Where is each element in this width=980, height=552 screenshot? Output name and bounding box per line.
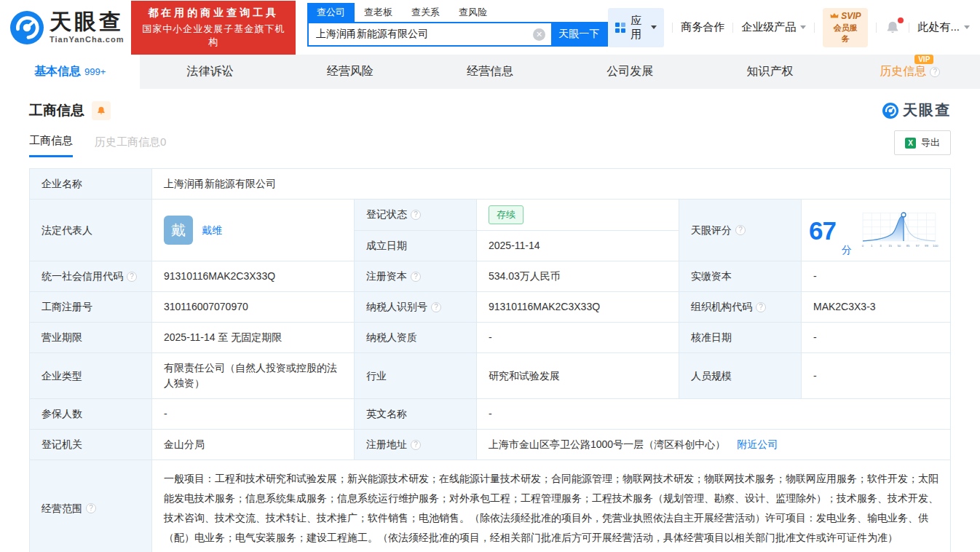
- reg-number-value: 310116007070970: [152, 292, 355, 322]
- reg-capital-value: 534.03万人民币: [477, 261, 679, 291]
- row-company-name: 企业名称 上海润甬新能源有限公司: [30, 169, 950, 200]
- nearby-companies-link[interactable]: 附近公司: [737, 437, 778, 452]
- search-tab-boss[interactable]: 查老板: [355, 3, 402, 22]
- svg-text:15: 15: [888, 244, 892, 248]
- score-value: 67: [809, 218, 836, 243]
- subscribe-bell-button[interactable]: [92, 101, 111, 120]
- divider: [876, 23, 877, 33]
- est-date-value: 2025-11-14: [477, 231, 679, 261]
- help-icon[interactable]: [411, 440, 421, 450]
- business-term-value: 2025-11-14 至 无固定期限: [152, 323, 355, 352]
- help-icon[interactable]: [127, 272, 137, 282]
- svg-text:97: 97: [916, 244, 920, 248]
- svg-text:1: 1: [871, 244, 873, 248]
- reg-authority-value: 金山分局: [152, 430, 355, 460]
- tab-label: 公司发展: [606, 64, 653, 79]
- paid-capital-value: -: [802, 261, 950, 291]
- tab-label: 基本信息: [34, 64, 81, 79]
- company-name-value: 上海润甬新能源有限公司: [152, 169, 950, 199]
- row-business-term: 营业期限 2025-11-14 至 无固定期限 纳税人资质 - 核准日期 -: [30, 323, 950, 353]
- svg-text:100: 100: [933, 244, 938, 248]
- enterprise-products-label: 企业级产品: [741, 20, 796, 34]
- apps-menu[interactable]: 应用: [608, 8, 664, 47]
- tianyancha-logo[interactable]: 天眼查 TianYanCha.com: [10, 11, 124, 44]
- promo-banner: 都在用的商业查询工具 国家中小企业发展子基金旗下机构: [131, 1, 296, 55]
- search-tab-relation[interactable]: 查关系: [402, 3, 449, 22]
- subrow-reg-status: 登记状态 存续: [355, 200, 679, 231]
- main-content: 工商信息 天眼查 工商信息 历史工商信息0 导出: [0, 100, 980, 552]
- subtab-history-business-info[interactable]: 历史工商信息0: [95, 135, 166, 157]
- company-section-tabs: 基本信息 999+ 法律诉讼 经营风险 经营信息 公司发展 知识产权 历史信息 …: [0, 55, 980, 89]
- tab-history-info[interactable]: 历史信息 VIP: [840, 55, 980, 89]
- export-button[interactable]: 导出: [894, 130, 951, 155]
- field-label: 人员规模: [679, 353, 802, 398]
- promo-line2: 国家中小企业发展子基金旗下机构: [138, 23, 288, 49]
- search-tab-risk[interactable]: 查风险: [449, 3, 497, 22]
- top-header: 天眼查 TianYanCha.com 都在用的商业查询工具 国家中小企业发展子基…: [0, 0, 980, 55]
- field-label: 企业类型: [30, 353, 152, 398]
- industry-value: 研究和试验发展: [477, 353, 679, 398]
- search-button[interactable]: 天眼一下: [551, 22, 606, 47]
- bell-icon: [96, 106, 106, 116]
- tab-company-development[interactable]: 公司发展: [560, 55, 700, 89]
- taxpayer-id-value: 91310116MAK2C3X33Q: [477, 292, 679, 322]
- svg-text:99: 99: [925, 244, 928, 248]
- user-menu[interactable]: 此处有...: [917, 20, 970, 34]
- help-icon[interactable]: [411, 210, 421, 220]
- field-label: 营业期限: [30, 323, 152, 352]
- score-distribution-chart: 0 1 3 15 50 85 97 99 100: [858, 209, 939, 251]
- chevron-down-icon: [651, 25, 657, 29]
- field-label: 登记机关: [30, 430, 152, 460]
- help-icon[interactable]: [735, 225, 746, 235]
- search-input[interactable]: [309, 28, 533, 40]
- field-label: 注册地址: [355, 430, 477, 460]
- subtab-business-info[interactable]: 工商信息: [29, 134, 73, 157]
- row-company-type: 企业类型 有限责任公司（自然人投资或控股的法人独资） 行业 研究和试验发展 人员…: [30, 353, 950, 399]
- divider: [732, 23, 733, 33]
- row-insured-count: 参保人数 - 英文名称 -: [30, 399, 950, 430]
- tab-operating-info[interactable]: 经营信息: [420, 55, 560, 89]
- business-info-table: 企业名称 上海润甬新能源有限公司 法定代表人 戴 戴维 登记状态 存续: [29, 168, 951, 552]
- crown-icon: [830, 12, 839, 19]
- row-credit-code: 统一社会信用代码 91310116MAK2C3X33Q 注册资本 534.03万…: [30, 261, 950, 292]
- svg-text:50: 50: [897, 244, 901, 248]
- tab-operating-risk[interactable]: 经营风险: [280, 55, 420, 89]
- help-icon[interactable]: [86, 503, 96, 513]
- help-icon[interactable]: [431, 302, 441, 312]
- clear-search-icon[interactable]: [533, 28, 545, 41]
- english-name-value: -: [477, 399, 950, 429]
- tab-label: 知识产权: [747, 64, 794, 79]
- business-coop-link[interactable]: 商务合作: [681, 20, 724, 34]
- svip-member-badge[interactable]: SVIP 会员服务: [823, 8, 868, 47]
- tab-legal-proceedings[interactable]: 法律诉讼: [140, 55, 280, 89]
- tab-basic-info[interactable]: 基本信息 999+: [0, 55, 140, 89]
- notifications-bell[interactable]: [885, 20, 901, 36]
- apps-grid-icon: [615, 23, 625, 33]
- tab-intellectual-property[interactable]: 知识产权: [700, 55, 839, 89]
- tab-label: 经营信息: [467, 64, 513, 79]
- score-marker-pin: [901, 213, 906, 217]
- help-icon[interactable]: [930, 67, 940, 77]
- tianyancha-logo-icon: [10, 11, 44, 44]
- help-icon[interactable]: [756, 302, 766, 312]
- company-type-value: 有限责任公司（自然人投资或控股的法人独资）: [152, 353, 355, 398]
- taxpayer-qualification-value: -: [477, 323, 679, 352]
- help-icon[interactable]: [411, 272, 421, 282]
- legal-rep-avatar[interactable]: 戴: [164, 216, 193, 245]
- staff-size-value: -: [802, 353, 950, 398]
- row-legal-rep: 法定代表人 戴 戴维 登记状态 存续 成立日期 2025-11-14: [30, 200, 950, 261]
- tianyancha-watermark-icon: [882, 103, 898, 119]
- enterprise-products-menu[interactable]: 企业级产品: [741, 20, 806, 34]
- field-label: 纳税人识别号: [355, 292, 477, 322]
- member-service-label: 会员服务: [830, 23, 861, 44]
- svg-text:3: 3: [880, 244, 882, 248]
- field-label: 成立日期: [355, 231, 477, 261]
- legal-rep-link[interactable]: 戴维: [202, 223, 222, 238]
- excel-icon: [905, 138, 916, 149]
- svg-text:85: 85: [906, 244, 910, 248]
- search-tab-company[interactable]: 查公司: [307, 3, 355, 22]
- legal-rep-cell: 戴 戴维: [152, 200, 355, 261]
- approval-date-value: -: [802, 323, 950, 352]
- watermark-logo: 天眼查: [882, 100, 951, 120]
- field-label: 工商注册号: [30, 292, 152, 322]
